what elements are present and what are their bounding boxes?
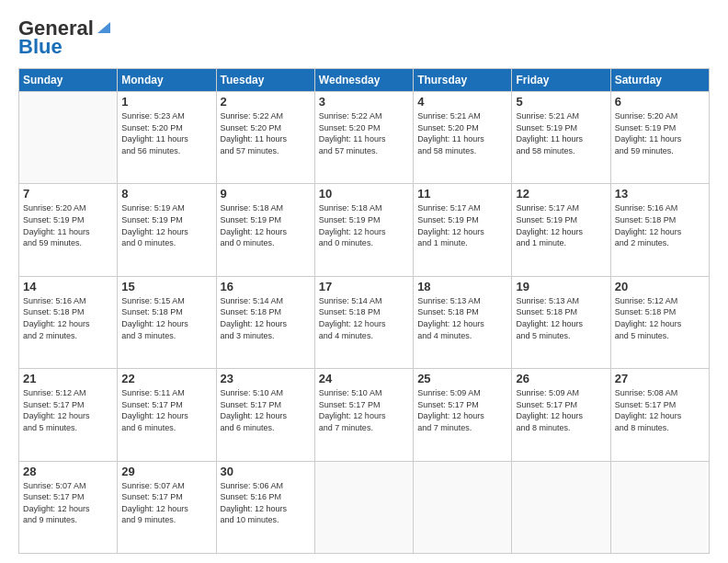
day-info: Sunrise: 5:06 AMSunset: 5:16 PMDaylight:… — [221, 480, 311, 526]
day-info: Sunrise: 5:17 AMSunset: 5:19 PMDaylight:… — [417, 202, 507, 248]
day-of-week-header: Sunday — [19, 69, 118, 92]
calendar-cell — [512, 461, 610, 553]
day-number: 15 — [121, 280, 211, 293]
calendar-cell: 29Sunrise: 5:07 AMSunset: 5:17 PMDayligh… — [118, 461, 216, 553]
day-number: 29 — [121, 465, 211, 478]
day-number: 26 — [516, 372, 606, 385]
page-header: General Blue — [18, 17, 710, 59]
calendar-cell: 12Sunrise: 5:17 AMSunset: 5:19 PMDayligh… — [512, 184, 610, 276]
day-info: Sunrise: 5:07 AMSunset: 5:17 PMDaylight:… — [121, 480, 211, 526]
calendar-table: SundayMondayTuesdayWednesdayThursdayFrid… — [18, 68, 710, 554]
day-number: 9 — [221, 187, 311, 201]
day-info: Sunrise: 5:19 AMSunset: 5:19 PMDaylight:… — [121, 202, 211, 248]
day-number: 27 — [615, 372, 705, 385]
day-number: 23 — [221, 372, 311, 385]
day-of-week-header: Tuesday — [216, 69, 314, 92]
svg-marker-0 — [97, 22, 110, 33]
day-of-week-header: Friday — [512, 69, 610, 92]
day-info: Sunrise: 5:08 AMSunset: 5:17 PMDaylight:… — [615, 387, 705, 433]
calendar-header-row: SundayMondayTuesdayWednesdayThursdayFrid… — [19, 69, 710, 92]
day-number: 16 — [221, 280, 311, 293]
calendar-cell: 3Sunrise: 5:22 AMSunset: 5:20 PMDaylight… — [314, 92, 413, 184]
day-info: Sunrise: 5:22 AMSunset: 5:20 PMDaylight:… — [319, 110, 409, 156]
calendar-cell: 1Sunrise: 5:23 AMSunset: 5:20 PMDaylight… — [118, 92, 216, 184]
day-info: Sunrise: 5:23 AMSunset: 5:20 PMDaylight:… — [121, 110, 211, 156]
calendar-cell: 11Sunrise: 5:17 AMSunset: 5:19 PMDayligh… — [414, 184, 512, 276]
day-number: 28 — [23, 465, 113, 478]
calendar-cell: 23Sunrise: 5:10 AMSunset: 5:17 PMDayligh… — [216, 369, 314, 461]
day-number: 10 — [319, 187, 409, 201]
calendar-cell: 14Sunrise: 5:16 AMSunset: 5:18 PMDayligh… — [19, 276, 118, 368]
day-info: Sunrise: 5:15 AMSunset: 5:18 PMDaylight:… — [121, 295, 211, 341]
calendar-week-row: 28Sunrise: 5:07 AMSunset: 5:17 PMDayligh… — [19, 461, 710, 553]
calendar-week-row: 21Sunrise: 5:12 AMSunset: 5:17 PMDayligh… — [19, 369, 710, 461]
calendar-cell: 7Sunrise: 5:20 AMSunset: 5:19 PMDaylight… — [19, 184, 118, 276]
calendar-cell: 17Sunrise: 5:14 AMSunset: 5:18 PMDayligh… — [314, 276, 413, 368]
calendar-cell: 28Sunrise: 5:07 AMSunset: 5:17 PMDayligh… — [19, 461, 118, 553]
day-number: 6 — [615, 95, 705, 109]
calendar-cell — [314, 461, 413, 553]
day-info: Sunrise: 5:18 AMSunset: 5:19 PMDaylight:… — [319, 202, 409, 248]
calendar-cell: 27Sunrise: 5:08 AMSunset: 5:17 PMDayligh… — [610, 369, 709, 461]
day-of-week-header: Wednesday — [314, 69, 413, 92]
calendar-cell: 20Sunrise: 5:12 AMSunset: 5:18 PMDayligh… — [610, 276, 709, 368]
day-info: Sunrise: 5:13 AMSunset: 5:18 PMDaylight:… — [516, 295, 606, 341]
day-number: 4 — [417, 95, 507, 109]
day-number: 14 — [23, 280, 113, 293]
day-info: Sunrise: 5:10 AMSunset: 5:17 PMDaylight:… — [319, 387, 409, 433]
calendar-week-row: 7Sunrise: 5:20 AMSunset: 5:19 PMDaylight… — [19, 184, 710, 276]
day-of-week-header: Thursday — [414, 69, 512, 92]
day-number: 25 — [417, 372, 507, 385]
calendar-cell: 25Sunrise: 5:09 AMSunset: 5:17 PMDayligh… — [414, 369, 512, 461]
day-number: 22 — [121, 372, 211, 385]
day-info: Sunrise: 5:21 AMSunset: 5:20 PMDaylight:… — [417, 110, 507, 156]
calendar-cell: 9Sunrise: 5:18 AMSunset: 5:19 PMDaylight… — [216, 184, 314, 276]
calendar-week-row: 14Sunrise: 5:16 AMSunset: 5:18 PMDayligh… — [19, 276, 710, 368]
day-info: Sunrise: 5:14 AMSunset: 5:18 PMDaylight:… — [221, 295, 311, 341]
day-number: 30 — [221, 465, 311, 478]
logo-blue: Blue — [18, 35, 63, 59]
day-number: 20 — [615, 280, 705, 293]
day-of-week-header: Monday — [118, 69, 216, 92]
calendar-cell: 8Sunrise: 5:19 AMSunset: 5:19 PMDaylight… — [118, 184, 216, 276]
calendar-cell — [610, 461, 709, 553]
calendar-cell — [414, 461, 512, 553]
day-info: Sunrise: 5:13 AMSunset: 5:18 PMDaylight:… — [417, 295, 507, 341]
day-of-week-header: Saturday — [610, 69, 709, 92]
day-number: 11 — [417, 187, 507, 201]
calendar-cell: 4Sunrise: 5:21 AMSunset: 5:20 PMDaylight… — [414, 92, 512, 184]
calendar-week-row: 1Sunrise: 5:23 AMSunset: 5:20 PMDaylight… — [19, 92, 710, 184]
day-number: 5 — [516, 95, 606, 109]
day-info: Sunrise: 5:22 AMSunset: 5:20 PMDaylight:… — [221, 110, 311, 156]
logo: General Blue — [18, 17, 112, 59]
day-number: 21 — [23, 372, 113, 385]
day-info: Sunrise: 5:10 AMSunset: 5:17 PMDaylight:… — [221, 387, 311, 433]
day-info: Sunrise: 5:16 AMSunset: 5:18 PMDaylight:… — [615, 202, 705, 248]
day-number: 13 — [615, 187, 705, 201]
day-info: Sunrise: 5:17 AMSunset: 5:19 PMDaylight:… — [516, 202, 606, 248]
calendar-cell: 6Sunrise: 5:20 AMSunset: 5:19 PMDaylight… — [610, 92, 709, 184]
calendar-cell: 24Sunrise: 5:10 AMSunset: 5:17 PMDayligh… — [314, 369, 413, 461]
day-info: Sunrise: 5:09 AMSunset: 5:17 PMDaylight:… — [417, 387, 507, 433]
day-info: Sunrise: 5:12 AMSunset: 5:17 PMDaylight:… — [23, 387, 113, 433]
day-info: Sunrise: 5:12 AMSunset: 5:18 PMDaylight:… — [615, 295, 705, 341]
day-number: 8 — [121, 187, 211, 201]
day-info: Sunrise: 5:20 AMSunset: 5:19 PMDaylight:… — [615, 110, 705, 156]
calendar-cell: 13Sunrise: 5:16 AMSunset: 5:18 PMDayligh… — [610, 184, 709, 276]
calendar-cell: 19Sunrise: 5:13 AMSunset: 5:18 PMDayligh… — [512, 276, 610, 368]
day-number: 1 — [121, 95, 211, 109]
day-info: Sunrise: 5:16 AMSunset: 5:18 PMDaylight:… — [23, 295, 113, 341]
day-number: 17 — [319, 280, 409, 293]
logo-icon — [96, 18, 112, 35]
calendar-cell: 5Sunrise: 5:21 AMSunset: 5:19 PMDaylight… — [512, 92, 610, 184]
day-number: 18 — [417, 280, 507, 293]
calendar-cell: 15Sunrise: 5:15 AMSunset: 5:18 PMDayligh… — [118, 276, 216, 368]
day-info: Sunrise: 5:11 AMSunset: 5:17 PMDaylight:… — [121, 387, 211, 433]
day-number: 7 — [23, 187, 113, 201]
calendar-cell: 2Sunrise: 5:22 AMSunset: 5:20 PMDaylight… — [216, 92, 314, 184]
day-number: 3 — [319, 95, 409, 109]
calendar-cell: 18Sunrise: 5:13 AMSunset: 5:18 PMDayligh… — [414, 276, 512, 368]
day-info: Sunrise: 5:14 AMSunset: 5:18 PMDaylight:… — [319, 295, 409, 341]
day-number: 24 — [319, 372, 409, 385]
calendar-cell: 21Sunrise: 5:12 AMSunset: 5:17 PMDayligh… — [19, 369, 118, 461]
